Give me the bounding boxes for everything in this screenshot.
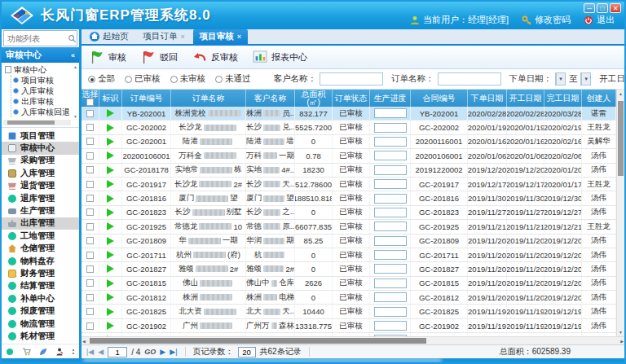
reject-button[interactable]: 驳回: [141, 50, 178, 64]
row-checkbox[interactable]: [86, 166, 94, 173]
row-checkbox[interactable]: [86, 223, 94, 230]
order-date-from-input[interactable]: / /▼: [555, 72, 566, 86]
page-number-input[interactable]: [108, 347, 127, 357]
row-checkbox[interactable]: [86, 181, 94, 188]
collapse-panel-icon[interactable]: «: [71, 51, 75, 59]
sidebar-module-item[interactable]: 补单中心: [2, 292, 79, 305]
col-customer[interactable]: 客户名称: [246, 90, 295, 107]
tree-item-project-audit[interactable]: 项目审核: [13, 75, 73, 86]
table-row[interactable]: YB-202001 株洲党校 株洲员.. 832.177 已审核 YB-2020…: [82, 107, 616, 121]
tab-home[interactable]: 起始页: [83, 29, 135, 44]
table-row[interactable]: GC-201815 佛山 佛山中仓库 2626 已审核 GC-201815 20…: [82, 277, 616, 291]
row-select-cell[interactable]: [82, 319, 99, 332]
order-date-to-input[interactable]: / /▼: [580, 72, 591, 86]
row-checkbox[interactable]: [86, 110, 94, 117]
table-row[interactable]: GC-201711 杭州(府) 杭 0 已审核 GC-201711 2019/1…: [82, 248, 616, 262]
col-status[interactable]: 订单状态: [333, 90, 370, 107]
go-button[interactable]: GO: [144, 348, 156, 356]
table-row[interactable]: GC-202002 长沙龙 长沙兑.. 65525.7200.. 已审核 GC-…: [82, 121, 616, 134]
tree-vertical-scrollbar[interactable]: ▲▼: [73, 64, 78, 119]
radio-rejected[interactable]: 未通过: [215, 73, 251, 85]
row-select-cell[interactable]: [82, 191, 99, 204]
close-button[interactable]: ✕: [610, 3, 621, 13]
table-row[interactable]: GC-201917 长沙龙2# 长沙天.. 8512.78600.. 已审核 G…: [82, 178, 616, 191]
row-checkbox[interactable]: [86, 138, 94, 145]
row-select-cell[interactable]: [82, 135, 99, 148]
row-checkbox[interactable]: [86, 279, 94, 287]
sidebar-module-item[interactable]: 退库管理: [2, 192, 79, 204]
tree-item-outbound-audit[interactable]: 出库审核: [13, 96, 73, 107]
maximize-button[interactable]: □: [597, 3, 608, 13]
col-order-name[interactable]: 订单名称: [171, 90, 246, 107]
table-row[interactable]: GC-201816 厦门望 厦门望 188510.818 已审核 GC-2018…: [82, 191, 616, 205]
tab-project-audit[interactable]: 项目审核 ×: [193, 29, 248, 44]
sidebar-module-item[interactable]: 生产管理: [2, 204, 79, 217]
sidebar-module-item[interactable]: 审核中心: [2, 142, 79, 154]
table-row[interactable]: GC-201925 常德龙10 常德原.. 266077.835.. 已审核 G…: [82, 220, 616, 234]
row-select-cell[interactable]: [82, 107, 99, 120]
table-row[interactable]: GC-201902 广州 广州万森林 13318.775 已审核 GC-2019…: [82, 319, 616, 333]
more-icon[interactable]: [72, 348, 75, 356]
change-password-button[interactable]: 修改密码: [522, 14, 571, 26]
row-select-cell[interactable]: [82, 248, 99, 261]
row-select-cell[interactable]: [82, 305, 99, 318]
table-row[interactable]: GC-201825 北大资 北大天.. 10440 已审核 GC-201825 …: [82, 305, 616, 318]
row-checkbox[interactable]: [86, 124, 94, 131]
table-row[interactable]: 20200106001 万科金 万科一期 0.78 已审核 2020010600…: [82, 149, 616, 163]
page-size-input[interactable]: [238, 347, 256, 357]
row-checkbox[interactable]: [86, 152, 94, 160]
minimize-button[interactable]: ─: [584, 3, 595, 13]
table-row[interactable]: GC-201823 长沙别墅 长沙之.. 0 已审核 GC-201823 201…: [82, 206, 616, 220]
table-row[interactable]: GC-2018178 实地常栋 实地4#.. 18230 已审核 2019122…: [82, 164, 616, 178]
col-finish-date[interactable]: 完工日期: [544, 90, 582, 107]
customer-name-input[interactable]: [320, 72, 383, 86]
reverse-audit-button[interactable]: 反审核: [192, 50, 238, 64]
sidebar-module-item[interactable]: 项目管理: [2, 129, 79, 142]
row-select-cell[interactable]: [82, 277, 99, 290]
tab-project-orders[interactable]: 项目订单 ×: [137, 29, 192, 44]
row-select-cell[interactable]: [82, 121, 99, 134]
report-center-button[interactable]: 报表中心: [253, 50, 307, 64]
col-order-date[interactable]: 下单日期: [468, 90, 507, 107]
chevron-down-icon[interactable]: ▼: [556, 73, 565, 85]
cart-icon[interactable]: [22, 348, 31, 356]
sidebar-module-item[interactable]: 物料盘存: [2, 255, 79, 267]
row-select-cell[interactable]: [82, 178, 99, 191]
col-progress[interactable]: 生产进度: [370, 90, 411, 107]
radio-all[interactable]: 全部: [88, 73, 115, 85]
dot-icon[interactable]: [6, 348, 14, 356]
table-row[interactable]: GC-201809 华一期 华润期 85.25 已审核 GC-201809 20…: [82, 235, 616, 248]
sidebar-module-item[interactable]: 工地管理: [2, 230, 79, 242]
first-page-button[interactable]: |◀: [86, 349, 94, 356]
row-select-cell[interactable]: [82, 262, 99, 275]
horizontal-scrollbar[interactable]: ◀ ▶: [82, 336, 624, 344]
radio-unaudited[interactable]: 未审核: [170, 73, 206, 85]
sidebar-module-item[interactable]: 物流管理: [2, 318, 79, 330]
sidebar-module-item[interactable]: 报废管理: [2, 305, 79, 317]
row-checkbox[interactable]: [86, 237, 94, 244]
tree-horizontal-scrollbar[interactable]: [3, 120, 71, 125]
row-checkbox[interactable]: [86, 322, 94, 330]
col-creator[interactable]: 创建人: [582, 90, 616, 107]
row-checkbox[interactable]: [86, 265, 94, 273]
logout-button[interactable]: 退出: [584, 14, 615, 26]
sidebar-module-item[interactable]: 入库管理: [2, 167, 79, 179]
prev-page-button[interactable]: ◀: [98, 349, 104, 356]
tree-item-inbound-audit[interactable]: 入库审核: [13, 86, 73, 96]
next-page-button[interactable]: ▶: [160, 349, 165, 356]
sidebar-module-item[interactable]: 仓储管理: [2, 243, 79, 255]
audit-button[interactable]: 审核: [90, 50, 126, 64]
col-start-date[interactable]: 开工日期: [507, 90, 544, 107]
sidebar-module-item[interactable]: 采购管理: [2, 155, 79, 167]
radio-audited[interactable]: 已审核: [125, 73, 161, 85]
table-row[interactable]: GC-201827 雅颂2# 雅颂2# 0 已审核 GC-201827 2019…: [82, 262, 616, 276]
row-checkbox[interactable]: [86, 308, 94, 315]
table-row[interactable]: GC-201812 株洲 株洲电梯 0 已审核 GC-201812 2019/1…: [82, 291, 616, 305]
chevron-down-icon[interactable]: ▼: [581, 73, 590, 85]
sidebar-module-item[interactable]: 耗材管理: [2, 330, 79, 342]
close-tab-icon[interactable]: ×: [237, 33, 241, 41]
row-select-cell[interactable]: [82, 149, 99, 162]
order-name-input[interactable]: [438, 72, 501, 86]
col-order-no[interactable]: 订单编号: [122, 90, 171, 107]
row-select-cell[interactable]: [82, 291, 99, 304]
